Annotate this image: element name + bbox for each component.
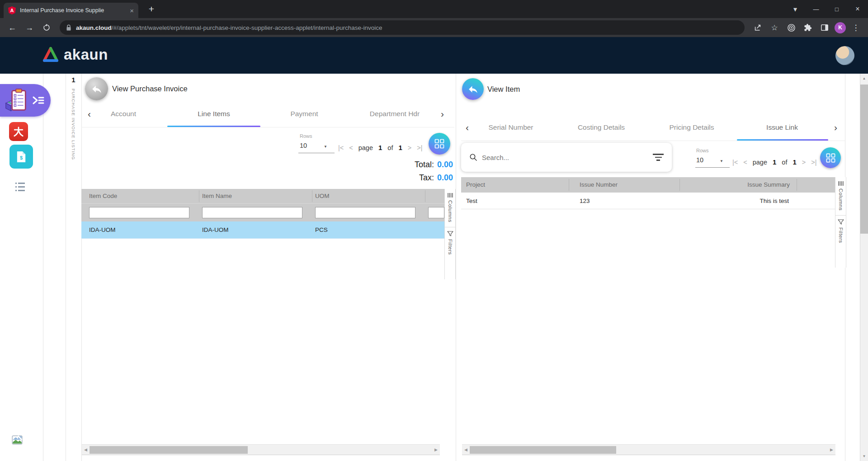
filter-input-uom[interactable] (315, 207, 415, 218)
angular-favicon-icon: A (8, 6, 16, 14)
forward-nav-button[interactable]: → (23, 21, 36, 34)
column-divider (569, 179, 569, 191)
window-scrollbar[interactable]: ▲ ▼ (860, 74, 868, 461)
first-page-button[interactable]: |< (732, 159, 738, 166)
side-panel-button[interactable] (818, 21, 831, 34)
back-arrow-icon (467, 84, 479, 95)
applet-strip-right-border (81, 74, 82, 461)
horizontal-scrollbar[interactable]: ◀ ▶ (82, 444, 440, 455)
tabs-divider (81, 127, 454, 127)
share-button[interactable] (751, 21, 764, 34)
scroll-left-arrow[interactable]: ◀ (464, 448, 467, 452)
scrollbar-thumb[interactable] (860, 85, 868, 234)
last-page-button[interactable]: >| (811, 159, 816, 166)
user-avatar[interactable] (835, 46, 854, 65)
window-close-button[interactable]: × (847, 0, 868, 18)
target-extension-button[interactable] (784, 21, 798, 34)
tab-serial-number[interactable]: Serial Number (488, 123, 533, 132)
sidebar-divider (43, 74, 43, 461)
prev-page-button[interactable]: < (743, 159, 747, 166)
reload-button[interactable] (40, 21, 53, 34)
search-box[interactable] (461, 143, 672, 172)
tab-line-items[interactable]: Line Items (198, 110, 230, 118)
browser-tab-bar: A Internal Purchase Invoice Supplie × + … (0, 0, 868, 18)
scroll-up-arrow[interactable]: ▲ (860, 76, 868, 80)
tabs-scroll-left-button[interactable]: ‹ (466, 122, 469, 132)
scroll-right-arrow[interactable]: ▶ (434, 448, 438, 452)
tab-costing-details[interactable]: Costing Details (578, 123, 625, 132)
url-bar[interactable]: akaun.cloud/#/applets/tnt/wavelet/erp/in… (60, 20, 745, 35)
filter-input-item-name[interactable] (202, 207, 302, 218)
invoice-doc-app-icon[interactable]: $ (9, 145, 33, 169)
back-button[interactable] (85, 77, 108, 100)
back-button-view-item[interactable] (462, 78, 484, 100)
scroll-down-arrow[interactable]: ▼ (860, 454, 868, 458)
list-row (15, 190, 25, 191)
tab-pricing-details[interactable]: Pricing Details (669, 123, 714, 132)
last-page-button[interactable]: >| (417, 144, 422, 151)
url-path: /#/applets/tnt/wavelet/erp/internal-purc… (112, 24, 382, 31)
rows-per-page-select[interactable]: 10 (300, 142, 307, 149)
browser-menu-button[interactable]: ⋮ (849, 21, 863, 34)
grid-icon (826, 153, 836, 163)
browser-profile-avatar[interactable]: K (835, 22, 846, 33)
columns-tool[interactable]: Columns (445, 189, 455, 222)
browser-tab[interactable]: A Internal Purchase Invoice Supplie × (4, 3, 138, 18)
filters-tool[interactable]: Filters (445, 227, 455, 255)
list-menu-icon[interactable] (15, 183, 25, 191)
totals: Total:0.00 Tax:0.00 (312, 158, 453, 184)
tab-account[interactable]: Account (111, 110, 136, 118)
tab-department-hdr[interactable]: Department Hdr (370, 110, 420, 118)
filter-input-extra[interactable] (428, 207, 444, 218)
rows-caret-icon[interactable]: ▼ (720, 159, 723, 163)
scroll-right-arrow[interactable]: ▶ (830, 448, 833, 452)
cjk-app-icon[interactable] (9, 122, 28, 141)
tabs-scroll-right-button[interactable]: › (441, 109, 444, 118)
grid-view-button[interactable] (820, 147, 841, 168)
bookmark-star-button[interactable]: ☆ (768, 21, 781, 34)
maximize-button[interactable]: □ (826, 0, 847, 18)
filter-input-item-code[interactable] (89, 207, 189, 218)
columns-tool[interactable]: Columns (835, 177, 846, 211)
first-page-button[interactable]: |< (338, 144, 344, 151)
filters-label: Filters (838, 227, 844, 243)
filter-list-button[interactable] (653, 154, 664, 161)
scroll-left-arrow[interactable]: ◀ (84, 448, 87, 452)
window-controls: ▾ — □ × (785, 0, 868, 18)
broken-image-icon (11, 434, 23, 446)
search-input[interactable] (482, 154, 648, 161)
panel-divider (456, 74, 456, 461)
rows-caret-icon[interactable]: ▼ (324, 145, 327, 149)
next-page-button[interactable]: > (802, 159, 806, 166)
column-header-uom: UOM (315, 193, 330, 199)
applet-tab-number: 1 (66, 76, 81, 84)
extensions-button[interactable] (801, 21, 815, 34)
current-page: 1 (773, 158, 776, 166)
tabs-scroll-right-button[interactable]: › (834, 122, 837, 132)
tab-payment[interactable]: Payment (290, 110, 318, 118)
total-pages: 1 (398, 144, 402, 151)
lock-icon (66, 24, 71, 31)
filters-tool[interactable]: Filters (835, 216, 846, 243)
table-row[interactable]: Test 123 This is test (461, 193, 835, 209)
tab-search-button[interactable]: ▾ (785, 0, 806, 18)
toolbar-actions: ☆ K ⋮ (751, 21, 863, 34)
rows-per-page-select[interactable]: 10 (696, 156, 703, 164)
tab-issue-link[interactable]: Issue Link (766, 123, 798, 132)
new-tab-button[interactable]: + (146, 3, 157, 15)
table-row-selected[interactable]: IDA-UOM IDA-UOM PCS (81, 221, 444, 239)
tabs-scroll-left-button[interactable]: ‹ (88, 109, 91, 118)
prev-page-button[interactable]: < (349, 144, 353, 151)
pagination: |< < page 1 of 1 > >| (732, 158, 816, 166)
column-header-issue-summary: Issue Summary (683, 181, 790, 188)
scrollbar-thumb[interactable] (90, 446, 248, 454)
grid-view-button[interactable] (429, 133, 450, 155)
scrollbar-thumb[interactable] (470, 446, 616, 454)
active-applet-pill[interactable] (0, 84, 51, 117)
tab-close-icon[interactable]: × (130, 7, 134, 14)
horizontal-scrollbar[interactable]: ◀ ▶ (462, 444, 835, 455)
next-page-button[interactable]: > (408, 144, 411, 151)
cell-item-name: IDA-UOM (202, 226, 229, 233)
back-nav-button[interactable]: ← (5, 21, 19, 34)
minimize-button[interactable]: — (806, 0, 826, 18)
